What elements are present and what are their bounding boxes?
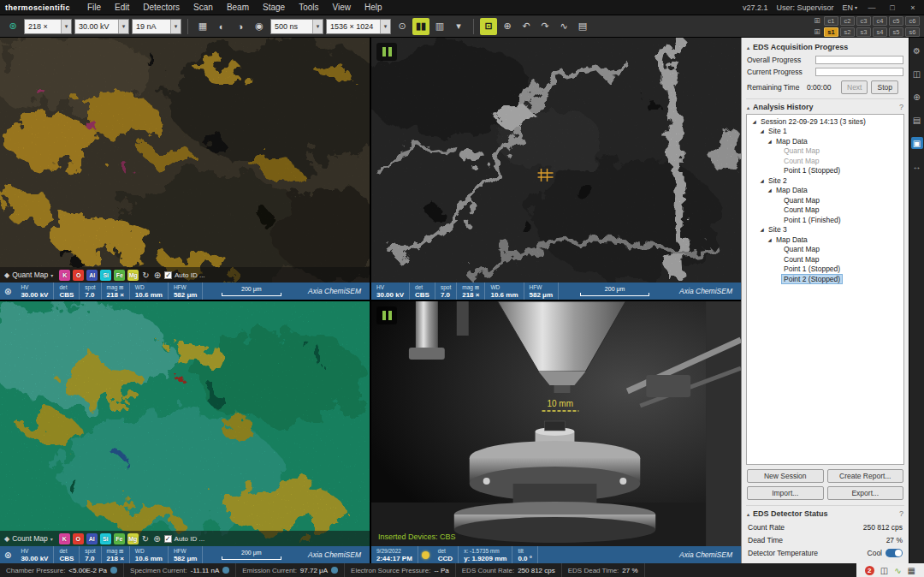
tree-node[interactable]: Point 1 (Stopped) (747, 265, 903, 275)
tree-node[interactable]: Count Map (747, 205, 903, 216)
tree-node[interactable]: Quant Map (747, 245, 903, 255)
high-voltage-select[interactable]: 30.00 kV▾ (74, 19, 129, 34)
redo-icon[interactable]: ↷ (536, 18, 554, 35)
channel-s4[interactable]: s4 (873, 27, 887, 37)
auto-id-checkbox[interactable]: ✓ (164, 535, 172, 543)
element-chip-o[interactable]: O (73, 533, 84, 544)
cooling-toggle[interactable] (886, 549, 903, 557)
tree-node[interactable]: Quant Map (747, 146, 903, 157)
locate-icon[interactable]: ⊕ (154, 271, 161, 280)
tree-node[interactable]: ◢Map Data (747, 235, 903, 245)
menu-item-beam[interactable]: Beam (220, 2, 256, 13)
dropdown-caret-icon[interactable]: ▾ (50, 272, 53, 278)
scan-preset-icon[interactable]: ▦ (194, 18, 211, 35)
menu-item-scan[interactable]: Scan (187, 2, 220, 13)
beam-current-select[interactable]: 19 nA▾ (132, 19, 181, 34)
eds-panel-icon[interactable]: ▣ (911, 137, 923, 149)
element-chip-k[interactable]: K (59, 533, 70, 544)
menu-item-file[interactable]: File (80, 2, 108, 13)
bulb-icon[interactable] (422, 551, 429, 559)
tree-node[interactable]: ◢Map Data (747, 136, 903, 146)
magnification-select[interactable]: 218 ×▾ (24, 19, 72, 34)
layout-icon[interactable]: ▤ (574, 18, 591, 35)
undo-icon[interactable]: ↶ (518, 18, 535, 35)
error-log-icon[interactable]: ◫ (880, 566, 888, 575)
channel-s1[interactable]: s1 (824, 27, 838, 37)
element-chip-mg[interactable]: Mg (127, 270, 139, 281)
element-chip-fe[interactable]: Fe (114, 270, 125, 281)
signal-monitor-icon[interactable]: ∿ (894, 566, 901, 575)
tree-node[interactable]: ◢Site 3 (747, 225, 903, 235)
settings-gear-icon[interactable]: ⚙ (911, 45, 923, 57)
selection-tool-icon[interactable]: ⊡ (480, 18, 497, 35)
auto-function-icon[interactable]: ◉ (251, 18, 268, 35)
auto-id-checkbox[interactable]: ✓ (164, 271, 172, 279)
detector-status-header[interactable]: ▴ EDS Detector Status ? (746, 505, 904, 520)
scan-grid-icon[interactable]: ▥ (431, 18, 448, 35)
channel-c3[interactable]: c3 (856, 16, 871, 26)
menu-item-stage[interactable]: Stage (256, 2, 292, 13)
import-button[interactable]: Import... (747, 486, 824, 500)
menu-item-detectors[interactable]: Detectors (136, 2, 187, 13)
display-panel-icon[interactable]: ▤ (911, 114, 923, 126)
channel-c6[interactable]: c6 (905, 16, 920, 26)
brightness-icon[interactable]: ◑ (232, 18, 249, 35)
new-session-button[interactable]: New Session (747, 469, 824, 483)
tree-node[interactable]: ◢Map Data (747, 186, 903, 196)
tree-node[interactable]: Point 2 (Stopped) (747, 274, 903, 284)
refresh-icon[interactable]: ↻ (142, 534, 149, 544)
element-chip-al[interactable]: Al (86, 270, 98, 281)
tree-node[interactable]: ◢Site 2 (747, 175, 903, 186)
layout-small-icon[interactable]: ▦ (908, 566, 915, 575)
channel-s5[interactable]: s5 (889, 27, 903, 37)
channel-s3[interactable]: s3 (856, 27, 871, 37)
tree-node[interactable]: Quant Map (747, 195, 903, 205)
menu-item-view[interactable]: View (326, 2, 358, 13)
help-icon[interactable]: ? (899, 509, 903, 518)
next-button[interactable]: Next (841, 80, 868, 94)
more-caret-icon[interactable]: ▾ (450, 18, 467, 35)
channel-c5[interactable]: c5 (889, 16, 903, 26)
element-chip-mg[interactable]: Mg (127, 533, 139, 544)
element-chip-si[interactable]: Si (100, 533, 111, 544)
stop-button[interactable]: Stop (871, 80, 898, 94)
snapshot-icon[interactable]: ⊙ (394, 18, 411, 35)
electron-image[interactable] (371, 38, 741, 283)
map-mode-label[interactable]: Count Map (12, 534, 48, 543)
map-mode-icon[interactable]: ◆ (4, 535, 9, 543)
detector-settings-icon[interactable]: ◫ (911, 68, 923, 80)
language-select[interactable]: EN▾ (842, 3, 857, 12)
count-map-image[interactable]: ◆Count Map▾KOAlSiFeMg↻⊕✓Auto ID ... (0, 301, 370, 546)
close-button[interactable]: × (907, 3, 919, 12)
channel-c4[interactable]: c4 (873, 16, 887, 26)
refresh-icon[interactable]: ↻ (142, 271, 149, 280)
channel-s6[interactable]: s6 (905, 27, 920, 37)
tree-node[interactable]: Point 1 (Stopped) (747, 166, 903, 176)
stage-control-icon[interactable]: ⊕ (911, 91, 923, 103)
channel-c2[interactable]: c2 (840, 16, 855, 26)
menu-item-tools[interactable]: Tools (292, 2, 325, 13)
maximize-button[interactable]: □ (886, 3, 898, 12)
dropdown-caret-icon[interactable]: ▾ (50, 536, 53, 542)
export-button[interactable]: Export... (827, 486, 904, 500)
chamber-camera-image[interactable]: 10 mm (371, 301, 741, 546)
tree-node[interactable]: Point 1 (Finished) (747, 215, 903, 225)
dwell-time-select[interactable]: 500 ns▾ (270, 19, 323, 34)
tree-node[interactable]: ◢Site 1 (747, 127, 903, 137)
element-chip-fe[interactable]: Fe (114, 533, 125, 544)
element-chip-si[interactable]: Si (100, 270, 111, 281)
create-report-button[interactable]: Create Report... (827, 469, 904, 483)
quant-map-image[interactable]: ◆Quant Map▾KOAlSiFeMg↻⊕✓Auto ID ... (0, 38, 370, 283)
resolution-select[interactable]: 1536 × 1024▾ (326, 19, 391, 34)
element-chip-k[interactable]: K (59, 270, 70, 281)
map-mode-icon[interactable]: ◆ (4, 271, 9, 279)
pause-button[interactable]: ▮▮ (412, 18, 429, 35)
spectrum-icon[interactable]: ∿ (555, 18, 572, 35)
element-chip-al[interactable]: Al (86, 533, 98, 544)
measurement-tools-icon[interactable]: ↔ (911, 160, 923, 172)
tree-node[interactable]: ◢Session 22-09-29 14:13 (3 sites) (747, 116, 903, 127)
element-chip-o[interactable]: O (73, 270, 84, 281)
acquisition-progress-header[interactable]: ▴ EDS Acquisition Progress (746, 39, 904, 54)
channel-s2[interactable]: s2 (840, 27, 855, 37)
point-tool-icon[interactable]: ⊕ (499, 18, 516, 35)
